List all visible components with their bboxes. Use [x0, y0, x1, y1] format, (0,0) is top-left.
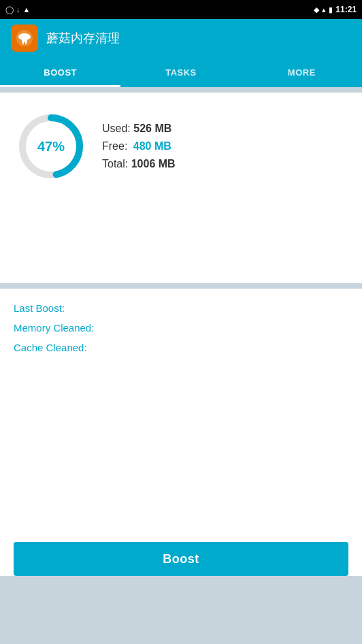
android-icon: ▲	[23, 5, 31, 14]
tab-more[interactable]: MORE	[242, 57, 362, 87]
tab-boost[interactable]: BOOST	[0, 57, 120, 87]
download-icon: ↓	[16, 5, 20, 14]
app-header: 蘑菇内存清理	[0, 19, 362, 57]
status-bar: ◯ ↓ ▲ ◆ ▴ ▮ 11:21	[0, 0, 362, 19]
svg-rect-2	[22, 38, 27, 42]
cache-cleaned-label: Cache Cleaned:	[14, 342, 348, 353]
signal-icon: ▴	[322, 5, 326, 14]
app-logo	[11, 25, 38, 52]
nav-tabs-container: BOOST TASKS MORE	[0, 57, 362, 87]
total-stat: Total: 1006 MB	[102, 158, 176, 170]
last-boost-label: Last Boost:	[14, 302, 348, 314]
memory-card: 47% Used: 526 MB Free: 480 MB Total: 100…	[0, 93, 362, 283]
boost-button-container: Boost	[0, 542, 362, 576]
app-title: 蘑菇内存清理	[46, 30, 120, 46]
memory-cleaned-label: Memory Cleaned:	[14, 322, 348, 334]
status-bar-right-icons: ◆ ▴ ▮ 11:21	[314, 5, 357, 14]
logo-icon	[15, 29, 34, 48]
donut-percentage: 47%	[37, 139, 65, 155]
wifi-icon: ◆	[314, 5, 319, 14]
bottom-spacer	[0, 576, 362, 644]
tab-tasks[interactable]: TASKS	[120, 57, 241, 87]
used-stat: Used: 526 MB	[102, 123, 176, 135]
free-stat: Free: 480 MB	[102, 140, 176, 152]
svg-rect-4	[25, 42, 27, 44]
status-bar-left-icons: ◯ ↓ ▲	[5, 5, 30, 14]
time-display: 11:21	[335, 5, 357, 14]
memory-stats: Used: 526 MB Free: 480 MB Total: 1006 MB	[102, 123, 176, 170]
memory-info-row: 47% Used: 526 MB Free: 480 MB Total: 100…	[14, 109, 348, 184]
memory-donut-chart: 47%	[14, 109, 88, 184]
battery-icon: ▮	[329, 5, 333, 14]
svg-rect-3	[22, 42, 24, 44]
boost-button[interactable]: Boost	[14, 542, 348, 576]
notification-icon: ◯	[5, 5, 14, 14]
